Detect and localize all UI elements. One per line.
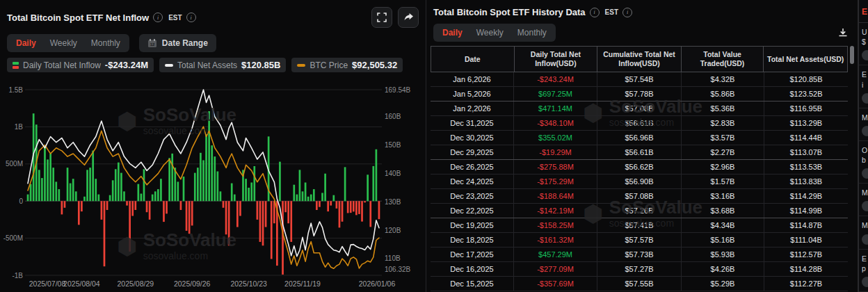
table-row: Jan 5,2026$697.25M$57.78B$5.86B$123.52B [431,87,848,102]
side-column-item[interactable]: M [859,184,868,216]
tab-monthly[interactable]: Monthly [511,26,554,40]
table-cell: Dec 16,2025 [431,262,514,276]
table-cell: -$175.29M [514,175,597,188]
history-data-panel: Total Bitcoin Spot ETF History Data i ES… [426,0,858,292]
table-cell: $113.07B [764,145,848,159]
table-cell: $4.34B [682,218,764,232]
svg-text:2025/08/04: 2025/08/04 [63,279,100,288]
legend-chip-total-net-assets[interactable]: Total Net Assets$120.85B [159,58,286,72]
table-cell: $355.02M [514,131,597,145]
tab-monthly[interactable]: Monthly [84,36,127,50]
side-item-text-fragment: $ [862,37,868,47]
side-column-items: U$EiMObMMEp [859,23,868,292]
legend-label: Daily Total Net Inflow [23,60,101,70]
tab-weekly[interactable]: Weekly [469,26,511,40]
table-cell: $56.61B [597,145,682,159]
share-button[interactable] [398,7,419,28]
avatar [862,277,868,287]
etf-dashboard: Total Bitcoin Spot ETF Net Inflow i EST … [0,0,868,292]
table-row: Dec 26,2025-$275.88M$56.62B$2.96B$113.53… [431,160,848,175]
side-column-item[interactable]: Ob [859,141,868,184]
table-cell: Dec 15,2025 [431,277,514,291]
info-icon[interactable]: i [590,8,600,17]
net-inflow-chart-panel: Total Bitcoin Spot ETF Net Inflow i EST … [0,0,426,292]
table-cell: -$357.69M [514,277,597,291]
side-column-item[interactable]: M [859,108,868,141]
table-row: Dec 31,2025-$348.10M$56.61B$2.83B$113.29… [431,116,848,131]
table-row: Dec 22,2025-$142.19M$57.26B$3.68B$114.99… [431,204,848,218]
table-panel-header: Total Bitcoin Spot ETF History Data i ES… [426,0,858,17]
table-cell: $5.36B [682,102,764,115]
chart-canvas: 1.5B1B500M0-500M-1B169.54B160B150B140B13… [0,72,426,292]
tab-weekly[interactable]: Weekly [43,36,84,50]
table-cell: $457.29M [514,248,597,261]
table-cell: $57.26B [597,204,682,218]
table-cell: $116.95B [764,102,848,115]
svg-text:2025/10/23: 2025/10/23 [230,279,267,288]
side-item-text-fragment: O [862,145,868,155]
side-item-text-fragment: E [862,70,868,79]
table-cell: $471.14M [514,102,597,115]
fullscreen-button[interactable] [371,7,392,28]
table-cell: -$19.29M [514,145,597,159]
side-item-text-fragment: b [862,155,868,165]
table-cell: $57.41B [597,218,682,232]
table-cell: $57.57B [597,233,682,247]
table-cell: Dec 26,2025 [431,160,514,174]
table-cell: $2.96B [682,160,764,174]
table-row: Dec 23,2025-$188.64M$57.08B$3.16B$114.29… [431,189,848,204]
table-cell: $114.99B [764,204,848,218]
svg-text:12: 12 [150,42,155,47]
column-header: Total Value Traded(USD) [682,47,764,72]
timezone-label: EST [605,8,618,16]
table-scrollbar-thumb[interactable] [850,46,854,64]
table-cell: $5.16B [682,233,764,247]
table-cell: $56.62B [597,160,682,174]
side-column-item[interactable]: U$ [859,23,868,65]
table-cell: $114.44B [764,131,848,145]
clipped-side-column: E U$EiMObMMEp [858,0,868,292]
table-cell: $57.78B [597,87,682,101]
table-row: Dec 30,2025$355.02M$56.96B$3.57B$114.44B [431,131,848,145]
date-range-button[interactable]: 12 Date Range [139,34,216,52]
table-cell: $113.83B [764,175,848,188]
chart-interval-tabs: DailyWeeklyMonthly [7,34,129,52]
table-cell: $112.57B [764,248,848,261]
info-icon[interactable]: i [153,13,163,22]
table-body: Jan 6,2026-$243.24M$57.54B$4.32B$120.85B… [431,72,848,291]
legend-label: Total Net Assets [177,60,237,70]
timezone-info-icon[interactable]: i [622,8,632,17]
tab-daily[interactable]: Daily [435,26,469,40]
table-cell: $114.29B [764,189,848,203]
tab-daily[interactable]: Daily [9,36,43,50]
timezone-label: EST [168,14,182,22]
legend-chip-btc-price[interactable]: BTC Price$92,505.32 [291,58,403,72]
svg-text:140B: 140B [385,170,401,177]
table-cell: $120.85B [764,72,848,86]
side-column-item[interactable]: M [859,216,868,249]
svg-text:169.54B: 169.54B [385,86,411,94]
chart-header-actions [371,7,419,28]
side-column-item[interactable]: Ei [859,65,868,108]
table-cell: $1.57B [682,175,764,188]
table-cell: Dec 18,2025 [431,233,514,247]
date-range-label: Date Range [162,38,208,48]
download-button[interactable] [835,25,851,40]
table-cell: -$188.64M [514,189,597,203]
white-dash-icon [165,64,173,67]
table-cell: -$161.32M [514,233,597,247]
table-cell: $113.29B [764,116,848,130]
inflow-bar-icon [13,62,19,69]
table-controls-row: DailyWeeklyMonthly [426,17,858,42]
svg-text:106.32B: 106.32B [385,266,411,273]
timezone-info-icon[interactable]: i [186,13,196,22]
side-column-item[interactable]: Ep [859,250,868,292]
chart-panel-title: Total Bitcoin Spot ETF Net Inflow [7,13,149,23]
table-cell: Dec 23,2025 [431,189,514,203]
avatar [862,168,868,179]
table-cell: -$277.09M [514,262,597,276]
table-cell: $113.53B [764,160,848,174]
svg-text:500M: 500M [6,160,23,168]
legend-chip-daily-total-net-inflow[interactable]: Daily Total Net Inflow-$243.24M [7,58,154,72]
table-cell: -$158.25M [514,218,597,232]
